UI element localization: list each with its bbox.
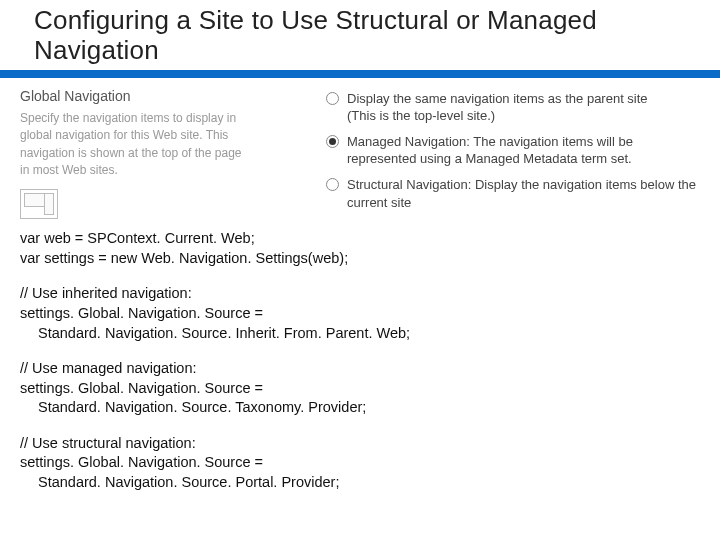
site-layout-icon	[20, 189, 58, 219]
radio-option-structural[interactable]: Structural Navigation: Display the navig…	[326, 176, 700, 211]
code-comment: // Use managed navigation:	[20, 359, 700, 379]
code-line: var settings = new Web. Navigation. Sett…	[20, 249, 700, 269]
nav-radio-group: Display the same navigation items as the…	[326, 88, 700, 220]
code-line: Standard. Navigation. Source. Portal. Pr…	[20, 473, 700, 493]
title-underline	[0, 70, 720, 78]
radio-sub-text: (This is the top-level site.)	[347, 107, 648, 125]
radio-label: Managed Navigation: The navigation items…	[347, 133, 700, 168]
code-line: Standard. Navigation. Source. Taxonomy. …	[20, 398, 700, 418]
code-comment: // Use structural navigation:	[20, 434, 700, 454]
radio-label: Structural Navigation: Display the navig…	[347, 176, 700, 211]
section-title: Global Navigation	[20, 88, 310, 104]
section-description: Specify the navigation items to display …	[20, 110, 250, 180]
radio-option-parent[interactable]: Display the same navigation items as the…	[326, 90, 700, 125]
code-comment: // Use inherited navigation:	[20, 284, 700, 304]
code-line: var web = SPContext. Current. Web;	[20, 229, 700, 249]
title-block: Configuring a Site to Use Structural or …	[0, 0, 720, 66]
code-sample: var web = SPContext. Current. Web; var s…	[0, 225, 720, 518]
code-init: var web = SPContext. Current. Web; var s…	[20, 229, 700, 268]
settings-left-col: Global Navigation Specify the navigation…	[20, 88, 310, 220]
radio-label: Display the same navigation items as the…	[347, 90, 648, 125]
radio-icon	[326, 135, 339, 148]
code-structural: // Use structural navigation: settings. …	[20, 434, 700, 493]
page-title: Configuring a Site to Use Structural or …	[34, 6, 720, 66]
radio-icon	[326, 92, 339, 105]
radio-option-managed[interactable]: Managed Navigation: The navigation items…	[326, 133, 700, 168]
global-nav-settings: Global Navigation Specify the navigation…	[0, 78, 720, 226]
code-line: settings. Global. Navigation. Source =	[20, 453, 700, 473]
code-inherited: // Use inherited navigation: settings. G…	[20, 284, 700, 343]
radio-label-text: Display the same navigation items as the…	[347, 91, 648, 106]
code-line: settings. Global. Navigation. Source =	[20, 379, 700, 399]
code-line: Standard. Navigation. Source. Inherit. F…	[20, 324, 700, 344]
code-line: settings. Global. Navigation. Source =	[20, 304, 700, 324]
radio-icon	[326, 178, 339, 191]
code-managed: // Use managed navigation: settings. Glo…	[20, 359, 700, 418]
